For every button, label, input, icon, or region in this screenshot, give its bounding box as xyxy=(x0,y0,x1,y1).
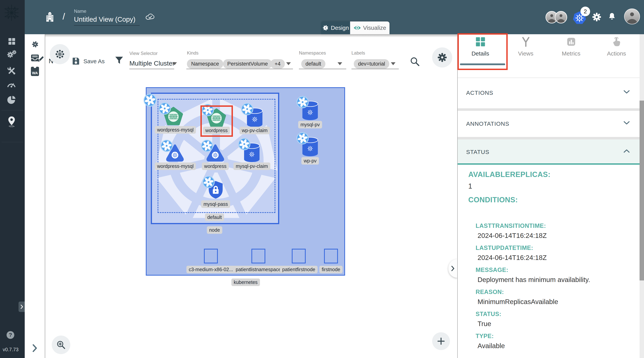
sidebar-item-performance-speedometer-icon[interactable] xyxy=(7,81,16,88)
kinds-underline xyxy=(186,69,293,69)
meshery-logo[interactable] xyxy=(4,4,20,21)
user-avatar[interactable] xyxy=(624,9,640,24)
accordion-annotations[interactable]: ANNOTATIONS xyxy=(458,111,640,137)
panel-collapse-tab[interactable] xyxy=(448,259,457,278)
sidebar-item-dashboard[interactable] xyxy=(8,38,16,45)
meshsync-flower-icon xyxy=(55,50,64,59)
chevron-up-icon xyxy=(623,149,630,153)
wasm-filter-icon[interactable]: WA xyxy=(31,67,39,76)
file-gutter: WA xyxy=(25,34,45,358)
tab-label: Metrics xyxy=(548,50,594,57)
node-name-label: node xyxy=(207,226,222,234)
canvas-settings-button[interactable] xyxy=(432,47,452,68)
cloud-saved-icon[interactable] xyxy=(145,13,155,21)
search-icon[interactable] xyxy=(410,57,420,67)
label-chip[interactable]: dev=tutorial xyxy=(354,59,389,69)
pvc-node-mysql-pv-claim[interactable] xyxy=(238,138,263,163)
sidebar-item-lifecycle-gear-small-icon[interactable] xyxy=(12,50,16,55)
namespaces-caret-icon[interactable] xyxy=(338,62,342,65)
add-node-button[interactable] xyxy=(432,332,450,350)
pv-node-wp-pv[interactable] xyxy=(296,132,321,157)
node-label: firstnode xyxy=(320,266,342,273)
tab-actions[interactable]: Actions xyxy=(594,37,639,62)
filter-funnel-icon[interactable] xyxy=(115,56,124,65)
highlight-box-wordpress xyxy=(200,105,233,137)
kind-chip-more[interactable]: +4 xyxy=(270,59,285,69)
settings-gear-icon[interactable] xyxy=(592,12,601,22)
organization-building-icon[interactable] xyxy=(46,12,54,22)
accordion-actions[interactable]: ACTIONS xyxy=(458,78,640,108)
condition-value: 2024-06-14T16:24:18Z xyxy=(478,232,640,239)
visualize-eye-icon xyxy=(354,25,361,30)
kind-chip[interactable]: PersistentVolume xyxy=(223,59,272,69)
status-content: AVAILABLEREPLICAS: 1 CONDITIONS: LASTTRA… xyxy=(458,164,640,358)
notifications-bell-icon[interactable] xyxy=(608,12,616,21)
sidebar-item-extensions-pie-icon[interactable] xyxy=(7,96,16,104)
sidebar-item-location-pin-icon[interactable] xyxy=(8,116,16,127)
panel-scrollbar-thumb[interactable] xyxy=(640,101,644,280)
chevron-right-icon xyxy=(451,266,454,271)
expand-drawer-chevron-icon[interactable] xyxy=(32,344,38,352)
pod-node-wordpress-mysql[interactable] xyxy=(160,139,186,164)
meshsync-badge-icon xyxy=(296,96,309,108)
view-selector-caret-icon[interactable] xyxy=(172,62,177,65)
labels-caret-icon[interactable] xyxy=(391,62,396,65)
namespaces-label: Namespaces xyxy=(299,50,326,56)
condition-value: Deployment has minimum availability. xyxy=(478,276,640,284)
pod-node-wordpress[interactable] xyxy=(201,139,226,164)
pvc-node-wp-pv-claim[interactable] xyxy=(241,103,266,128)
condition-value: 2024-06-14T16:24:18Z xyxy=(478,254,640,261)
node-square-patientfirstnode[interactable] xyxy=(292,249,306,263)
design-file-swirl-icon[interactable] xyxy=(31,40,39,48)
kinds-caret-icon[interactable] xyxy=(286,62,291,65)
view-name-input[interactable] xyxy=(74,16,140,26)
meshsync-badge-icon xyxy=(241,103,254,115)
node-label: wordpress xyxy=(202,162,229,170)
zoom-in-button[interactable] xyxy=(52,335,70,354)
design-swirl-icon xyxy=(322,25,329,31)
node-label: mysql-pass xyxy=(201,200,230,208)
help-button[interactable]: ? xyxy=(6,331,14,339)
pv-node-mysql-pv[interactable] xyxy=(296,96,321,121)
meshsync-badge-icon xyxy=(202,175,215,188)
node-label: wordpress-mysql xyxy=(155,162,196,170)
design-tab[interactable]: Design xyxy=(321,22,350,34)
node-label: patientfirstnode xyxy=(280,266,318,273)
tab-views[interactable]: Views xyxy=(503,37,548,62)
zoom-in-magnifier-icon xyxy=(56,340,66,350)
node-label: wp-pv-claim xyxy=(240,127,270,134)
meshsync-badge-icon xyxy=(160,139,173,152)
condition-value: Available xyxy=(478,342,640,350)
node-square-firstnode[interactable] xyxy=(324,249,338,263)
labels-label: Labels xyxy=(352,50,365,56)
accordion-label: ANNOTATIONS xyxy=(466,120,509,127)
collaborator-avatar[interactable] xyxy=(555,11,567,23)
meshsync-flower-button[interactable] xyxy=(50,44,70,64)
view-selector-value[interactable]: Multiple Cluster xyxy=(130,60,174,67)
accordion-label: STATUS xyxy=(466,149,489,155)
node-square-c3-medium[interactable] xyxy=(204,249,218,263)
save-as-button[interactable]: Save As xyxy=(84,58,105,65)
edit-pencil-icon[interactable] xyxy=(37,55,45,63)
actions-hand-icon xyxy=(612,37,621,47)
meshsync-badge-icon xyxy=(143,93,157,107)
context-count-badge[interactable]: 2 xyxy=(580,7,590,16)
name-field-label: Name xyxy=(74,9,86,14)
view-selector-label: View Selector xyxy=(130,51,158,56)
accordion-status[interactable]: STATUS xyxy=(458,139,640,164)
sidebar-expand-button[interactable] xyxy=(18,301,25,312)
save-as-floppy-icon[interactable] xyxy=(72,57,80,65)
tab-metrics[interactable]: Metrics xyxy=(548,37,594,62)
deployment-node-wordpress-mysql[interactable] xyxy=(158,102,184,127)
mode-toggle: Design Visualize xyxy=(321,22,390,34)
visualize-tab[interactable]: Visualize xyxy=(350,22,390,34)
condition-value: True xyxy=(478,320,640,328)
kind-chip[interactable]: Namespace xyxy=(187,59,223,69)
condition-key: REASON: xyxy=(476,289,640,295)
breadcrumb-separator: / xyxy=(62,11,65,22)
secret-node-mysql-pass[interactable] xyxy=(202,175,227,201)
sidebar-item-configuration-tools-icon[interactable] xyxy=(7,67,16,75)
node-square-patientlistnamespace[interactable] xyxy=(252,249,265,263)
sidebar-divider xyxy=(2,142,23,142)
namespace-chip[interactable]: default xyxy=(301,59,326,69)
